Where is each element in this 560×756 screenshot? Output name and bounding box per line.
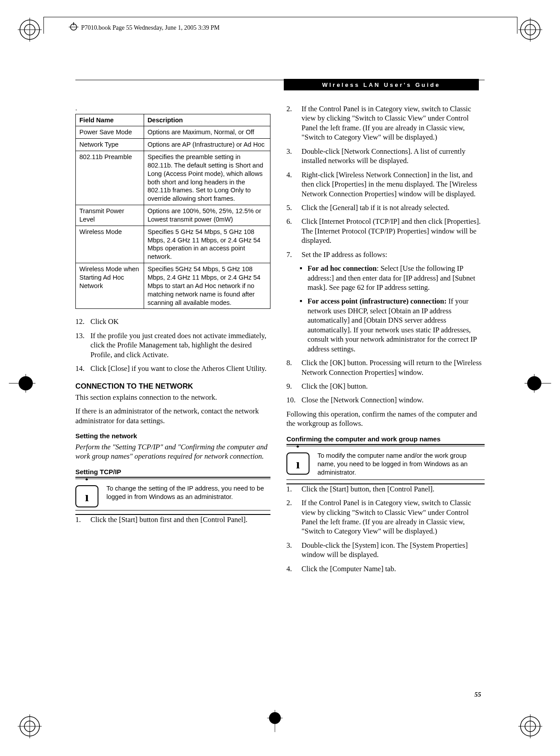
list-item: 14.Click [Close] if you want to close th… (75, 364, 270, 373)
guide-title-bar: WIreless LAN User's Guide (284, 79, 479, 90)
list-item: 3.Double-click [Network Connections]. A … (286, 147, 485, 166)
crop-mark-icon (518, 714, 542, 738)
ring-binder-icon (69, 22, 78, 34)
list-item: 6.Click [Internet Protocol (TCP/IP] and … (286, 217, 485, 245)
info-icon: ı (286, 452, 309, 475)
table-row: Transmit Power LevelOptions are 100%, 50… (76, 205, 270, 226)
body-text-italic: Perform the "Setting TCP/IP" and "Confir… (75, 442, 270, 461)
list-item: 4.Right-click [Wireless Network Connecti… (286, 170, 485, 199)
crop-mark-icon (525, 372, 551, 396)
note-box: ı To modify the computer name and/or the… (286, 444, 485, 484)
crop-mark-icon (18, 714, 42, 738)
subheading: Confirming the computer and work group n… (286, 435, 485, 444)
list-item: 13.If the profile you just created does … (75, 331, 270, 359)
body-text: Following this operation, confirm the na… (286, 409, 485, 429)
list-item: 8.Click the [OK] button. Processing will… (286, 358, 485, 377)
list-item: 10.Close the [Network Connection] window… (286, 395, 485, 405)
crop-mark-icon (18, 18, 42, 42)
list-item: 9.Click the [OK] button. (286, 382, 485, 391)
steps-list: 1.Click the [Start] button, then [Contro… (286, 484, 485, 574)
table-row: Wireless ModeSpecifies 5 GHz 54 Mbps, 5 … (76, 226, 270, 263)
page-number: 55 (474, 691, 481, 698)
bullet-list: For ad hoc connection: Select [Use the f… (286, 264, 485, 354)
list-item: 7.Set the IP address as follows: (286, 250, 485, 259)
info-icon: ı (75, 485, 98, 507)
list-item: 4.Click the [Computer Name] tab. (286, 564, 485, 573)
list-item: 2.If the Control Panel is in Category vi… (286, 104, 485, 142)
subheading: Setting TCP/IP (75, 468, 270, 476)
list-item: 2.If the Control Panel is in Category vi… (286, 498, 485, 536)
list-item: 1.Click the [Start] button, then [Contro… (286, 484, 485, 494)
table-header-name: Field Name (76, 114, 144, 126)
stray-dot: . (75, 104, 270, 113)
steps-list: 12.Click OK 13.If the profile you just c… (75, 317, 270, 373)
steps-list: 2.If the Control Panel is in Category vi… (286, 104, 485, 259)
crop-mark-icon (262, 710, 288, 734)
crop-mark-icon (518, 18, 542, 42)
steps-list: 1.Click the [Start] button first and the… (75, 515, 270, 524)
section-heading: CONNECTION TO THE NETWORK (75, 382, 270, 391)
table-header-desc: Description (144, 114, 270, 126)
list-item: For access point (infrastructure) connec… (300, 296, 485, 354)
list-item: 3.Double-click the [System] icon. The [S… (286, 541, 485, 560)
steps-list: 8.Click the [OK] button. Processing will… (286, 358, 485, 405)
list-item: 5.Click the [General] tab if it is not a… (286, 203, 485, 212)
book-header-text: P7010.book Page 55 Wednesday, June 1, 20… (81, 24, 219, 31)
table-row: Power Save ModeOptions are Maximum, Norm… (76, 126, 270, 139)
table-row: 802.11b PreambleSpecifies the preamble s… (76, 151, 270, 205)
table-row: Wireless Mode when Starting Ad Hoc Netwo… (76, 263, 270, 309)
list-item: 1.Click the [Start] button first and the… (75, 515, 270, 524)
subheading: Setting the network (75, 432, 270, 440)
list-item: For ad hoc connection: Select [Use the f… (300, 264, 485, 292)
note-box: ı To change the setting of the IP addres… (75, 477, 270, 515)
crop-mark-icon (9, 372, 35, 396)
guide-title: WIreless LAN User's Guide (322, 82, 440, 88)
body-text: If there is an administrator of the netw… (75, 406, 270, 425)
field-table: Field Name Description Power Save ModeOp… (75, 114, 270, 309)
book-header: P7010.book Page 55 Wednesday, June 1, 20… (69, 22, 219, 34)
note-text: To modify the computer name and/or the w… (317, 452, 485, 477)
list-item: 12.Click OK (75, 317, 270, 326)
body-text: This section explains connection to the … (75, 393, 270, 402)
table-row: Network TypeOptions are AP (Infrastructu… (76, 139, 270, 151)
note-text: To change the setting of the IP address,… (106, 484, 270, 507)
